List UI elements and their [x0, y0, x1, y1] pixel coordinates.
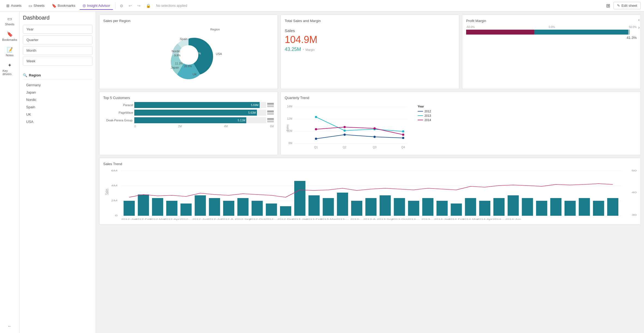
svg-point-24	[344, 134, 346, 136]
quarterly-chart-area: 14M 12M 10M 8M Q1 Q2 Q3 Q4	[285, 102, 637, 151]
svg-rect-63	[351, 201, 362, 216]
filter-year[interactable]: Year	[23, 25, 92, 34]
sales-trend-title: Sales Trend	[103, 162, 122, 166]
legend-2013: 2013	[418, 114, 431, 117]
legend-line-2013	[418, 115, 423, 116]
svg-rect-52	[195, 195, 206, 216]
quarterly-title: Quarterly Trend	[285, 96, 309, 100]
svg-text:2012-Feb: 2012-Feb	[135, 218, 151, 220]
svg-rect-55	[237, 198, 248, 216]
svg-rect-48	[138, 195, 149, 216]
sidebar-item-sheets[interactable]: ▭ Sheets	[1, 14, 19, 28]
region-usa[interactable]: USA	[23, 118, 92, 125]
bar-track-paracel: 5.69M	[134, 102, 266, 108]
svg-text:2013-...: 2013-...	[336, 218, 349, 220]
undo-icon[interactable]: ↩	[126, 2, 134, 9]
region-japan[interactable]: Japan	[23, 89, 92, 96]
bar-label-paracel: Paracel	[103, 103, 133, 107]
svg-text:2014-Jan: 2014-Jan	[434, 218, 450, 220]
svg-text:USA: USA	[216, 52, 222, 55]
panel-prev-button[interactable]: ‹	[636, 16, 642, 23]
svg-text:2012-Jul: 2012-Jul	[207, 218, 222, 220]
legend-2012: 2012	[418, 110, 431, 113]
svg-text:2012-Mar: 2012-Mar	[150, 218, 166, 220]
svg-text:2013-Mar: 2013-Mar	[320, 218, 336, 220]
svg-text:Sales: Sales	[286, 124, 289, 131]
nav-bookmarks[interactable]: 🔖 Bookmarks	[49, 2, 78, 10]
svg-text:11.3%: 11.3%	[175, 62, 183, 65]
svg-text:2013-...: 2013-...	[407, 218, 420, 220]
svg-rect-73	[493, 198, 505, 216]
legend-label-2013: 2013	[424, 114, 431, 117]
profit-bar-indicator	[628, 30, 630, 35]
sidebar-collapse-button[interactable]: ←	[5, 322, 14, 331]
svg-rect-54	[223, 201, 234, 216]
nav-right: ⊞ ✎ Edit sheet	[606, 2, 641, 9]
region-nordic[interactable]: Nordic	[23, 96, 92, 103]
sheets-icon: ▭	[29, 4, 32, 8]
sidebar-item-key-drivers[interactable]: ✦ Key drivers	[1, 60, 19, 78]
svg-text:45.5%: 45.5%	[192, 52, 201, 55]
svg-rect-62	[337, 193, 348, 216]
sidebar-item-bookmarks[interactable]: 🔖 Bookmarks	[1, 29, 19, 44]
sidebar-item-notes[interactable]: 📝 Notes	[1, 45, 19, 59]
bar-fill-deak: 5.11M	[134, 117, 246, 123]
region-header: 🔍 Region	[23, 71, 92, 80]
grid-icon[interactable]: ⊞	[606, 3, 610, 9]
bookmarks-sidebar-icon: 🔖	[7, 31, 13, 37]
svg-point-25	[373, 136, 376, 138]
legend-label-2012: 2012	[424, 110, 431, 113]
svg-text:Q3: Q3	[373, 146, 376, 149]
svg-text:2012-...: 2012-...	[180, 218, 192, 220]
margin-label: Margin	[306, 48, 315, 51]
quarterly-svg: 14M 12M 10M 8M Q1 Q2 Q3 Q4	[285, 102, 415, 151]
svg-point-23	[315, 138, 317, 140]
nav-insight-advisor[interactable]: ◎ Insight Advisor	[80, 1, 113, 10]
bar-mini-deak	[267, 118, 274, 122]
profit-margin-title: Profit Margin	[466, 19, 486, 23]
quarterly-legend: Year 2012 2013 2014	[418, 102, 431, 151]
top-navigation: ⊞ Assets ▭ Sheets 🔖 Bookmarks ◎ Insight …	[0, 0, 644, 11]
svg-text:2013-...: 2013-...	[421, 218, 434, 220]
svg-text:2014-Jun: 2014-Jun	[505, 218, 521, 220]
svg-rect-75	[522, 198, 533, 216]
legend-line-2014	[418, 120, 423, 120]
filter-week[interactable]: Week	[23, 57, 92, 66]
page-title: Dashboard	[23, 15, 92, 21]
svg-point-32	[344, 126, 346, 128]
donut-chart: Region	[103, 25, 274, 85]
svg-rect-60	[308, 195, 320, 216]
panel-next-button[interactable]: ›	[636, 24, 642, 31]
region-uk[interactable]: UK	[23, 111, 92, 118]
svg-text:2013-Oct: 2013-Oct	[391, 218, 408, 220]
sales-per-region-card: Sales per Region Region	[99, 15, 278, 89]
filter-quarter[interactable]: Quarter	[23, 35, 92, 44]
svg-text:4M: 4M	[111, 184, 117, 187]
sales-trend-svg: 6M 4M 2M 0 50 40 30	[103, 166, 637, 220]
svg-text:2012-Dec: 2012-Dec	[277, 218, 294, 220]
edit-sheet-button[interactable]: ✎ Edit sheet	[613, 2, 641, 9]
svg-rect-49	[152, 198, 163, 216]
svg-point-30	[402, 130, 404, 132]
svg-rect-66	[394, 198, 405, 216]
svg-text:8M: 8M	[288, 142, 292, 145]
svg-rect-61	[323, 198, 334, 216]
region-germany[interactable]: Germany	[23, 81, 92, 89]
svg-rect-51	[180, 203, 192, 216]
redo-icon[interactable]: ↪	[135, 2, 143, 9]
quarterly-trend-card: Quarterly Trend 14M 12M 10M 8M	[281, 92, 641, 155]
region-spain[interactable]: Spain	[23, 103, 92, 111]
insight-icon: ◎	[83, 3, 86, 8]
profit-bar-labels: -50.0% 0.0% 50.0%	[466, 26, 637, 29]
nav-assets[interactable]: ⊞ Assets	[3, 2, 25, 10]
lock-icon[interactable]: 🔒	[144, 2, 153, 9]
svg-text:UK: UK	[193, 73, 197, 76]
bar-track-deak: 5.11M	[134, 117, 266, 123]
margin-value: 43.25M	[285, 47, 301, 52]
app-layout: ▭ Sheets 🔖 Bookmarks 📝 Notes ✦ Key drive…	[0, 11, 644, 333]
nav-sheets[interactable]: ▭ Sheets	[26, 2, 47, 10]
lasso-icon[interactable]: ⊙	[118, 2, 125, 9]
nav-divider	[115, 2, 116, 9]
bar-value-pagewave: 5.63M	[248, 111, 256, 114]
filter-month[interactable]: Month	[23, 46, 92, 55]
